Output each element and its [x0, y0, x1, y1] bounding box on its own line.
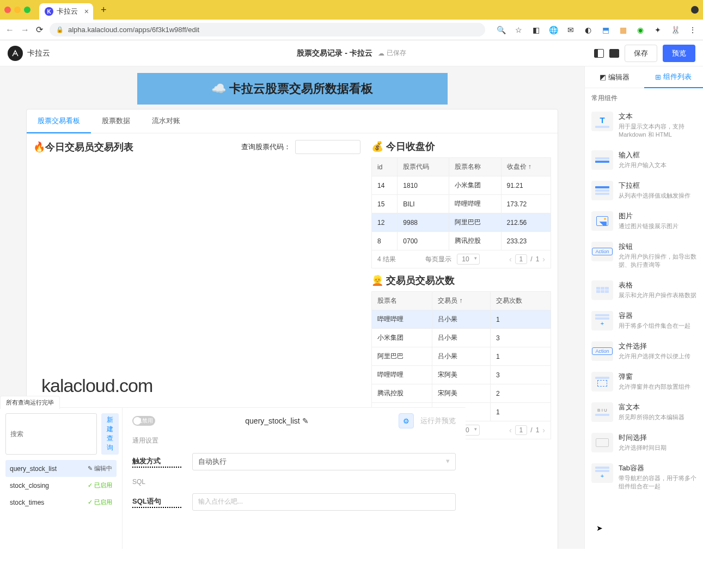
table-row[interactable]: 80700腾讯控股233.23 [372, 232, 551, 250]
table-row[interactable]: 哔哩哔哩吕小果1 [372, 310, 551, 329]
table-row[interactable]: 15BILI哔哩哔哩173.72 [372, 195, 551, 213]
dashboard-banner: ☁️ 卡拉云股票交易所数据看板 [137, 73, 448, 105]
query-enable-toggle[interactable]: 已禁用 [132, 416, 155, 426]
search-icon[interactable]: 🔍 [496, 25, 506, 35]
table-row[interactable]: 129988阿里巴巴212.56 [372, 213, 551, 232]
component-图片[interactable]: 图片通过图片链接展示图片 [585, 206, 703, 236]
new-tab-button[interactable]: + [101, 4, 107, 16]
ext-icon-6[interactable]: ▦ [618, 25, 628, 35]
ext-icon-1[interactable]: ◧ [531, 25, 541, 35]
menu-icon[interactable]: ⋮ [688, 25, 698, 35]
closing-table[interactable]: id股票代码股票名称收盘价 ↑ 141810小米集团91.2115BILI哔哩哔… [371, 157, 551, 250]
trades-next-page[interactable]: › [542, 426, 545, 434]
forward-button[interactable]: → [21, 25, 29, 35]
component-富文本[interactable]: B I U 富文本所见即所得的文本编辑器 [585, 397, 703, 427]
traffic-lights [4, 7, 30, 13]
star-icon[interactable]: ☆ [514, 25, 523, 35]
closing-total-pages: 1 [536, 255, 540, 263]
layout-panel-full[interactable] [609, 49, 619, 58]
ext-icon-2[interactable]: 🌐 [548, 25, 558, 35]
reload-button[interactable]: ⟳ [36, 24, 43, 35]
page-title: 股票交易记录 - 卡拉云 [297, 48, 372, 58]
sql-textarea[interactable]: 输入点什么吧... [192, 493, 456, 511]
tab-0[interactable]: 股票交易看板 [27, 109, 91, 133]
component-文本[interactable]: T 文本用于显示文本内容，支持 Markdown 和 HTML [585, 106, 703, 145]
component-icon: T [591, 112, 613, 131]
app-logo[interactable]: 卡拉云 [8, 46, 50, 61]
maximize-window[interactable] [24, 7, 30, 13]
trades-table[interactable]: 股票名交易员 ↑交易次数 哔哩哔哩吕小果1小米集团吕小果3阿里巴巴吕小果1哔哩哔… [371, 291, 551, 421]
query-item-query_stock_list[interactable]: query_stock_list✎ 编辑中 [5, 460, 117, 477]
component-icon: B I U [591, 402, 613, 422]
trades-page[interactable]: 1 [515, 425, 528, 435]
ext-icon-rabbit[interactable]: 🐰 [670, 25, 680, 35]
sql-section-label: SQL [132, 478, 456, 486]
tab-1[interactable]: 股票数据 [91, 109, 141, 133]
extensions-icon[interactable]: ✦ [653, 25, 663, 35]
closing-page[interactable]: 1 [515, 254, 528, 264]
table-row[interactable]: 141810小米集团91.21 [372, 176, 551, 195]
component-容器[interactable]: + 容器用于将多个组件集合在一起 [585, 305, 703, 336]
component-Tab容器[interactable]: + Tab容器带导航栏的容器，用于将多个组件组合在一起 [585, 458, 703, 497]
tab-2[interactable]: 流水对账 [141, 109, 191, 133]
table-row[interactable]: 阿里巴巴吕小果1 [372, 347, 551, 366]
stock-code-input[interactable] [295, 140, 360, 154]
edit-icon[interactable]: ✎ [302, 416, 309, 425]
run-preview-button[interactable]: 运行并预览 [420, 416, 456, 426]
back-button[interactable]: ← [5, 25, 14, 35]
tab-component-list[interactable]: ⊞ 组件列表 [644, 66, 704, 88]
ext-icon-3[interactable]: ✉ [566, 25, 576, 35]
tab-favicon: K [45, 7, 53, 16]
trades-total-pages: 1 [536, 426, 540, 434]
table-row[interactable]: 腾讯控股宋阿美2 [372, 384, 551, 403]
component-icon [591, 433, 613, 452]
table-header[interactable]: 股票代码 [398, 158, 449, 176]
closing-result-count: 4 结果 [377, 255, 396, 264]
component-时间选择[interactable]: 时间选择允许选择时间日期 [585, 427, 703, 458]
table-row[interactable]: 哔哩哔哩宋阿美3 [372, 366, 551, 384]
ext-icon-7[interactable]: ◉ [635, 25, 645, 35]
query-status-tab: 所有查询运行完毕 [0, 396, 60, 409]
minimize-window[interactable] [14, 7, 21, 13]
table-header[interactable]: 收盘价 ↑ [501, 158, 551, 176]
logo-text: 卡拉云 [27, 48, 50, 58]
query-item-stock_times[interactable]: stock_times✓ 已启用 [5, 494, 117, 511]
profile-indicator[interactable] [691, 6, 699, 14]
table-header[interactable]: 股票名称 [449, 158, 501, 176]
component-icon [591, 211, 613, 231]
close-window[interactable] [4, 7, 11, 13]
trades-prev-page[interactable]: ‹ [509, 426, 512, 434]
query-settings-button[interactable]: ⚙ [399, 413, 414, 428]
component-输入框[interactable]: 输入框允许用户输入文本 [585, 145, 703, 175]
browser-tab[interactable]: K 卡拉云 × [39, 3, 93, 20]
component-文件选择[interactable]: Action 文件选择允许用户选择文件以便上传 [585, 336, 703, 366]
preview-button[interactable]: 预览 [663, 45, 695, 62]
close-tab-icon[interactable]: × [84, 7, 89, 16]
ext-icon-5[interactable]: ⬒ [601, 25, 610, 35]
component-下拉框[interactable]: 下拉框从列表中选择值或触发操作 [585, 175, 703, 206]
component-icon: + [591, 463, 613, 483]
table-header[interactable]: 交易次数 [490, 292, 551, 310]
component-按钮[interactable]: Action 按钮允许用户执行操作，如导出数据、执行查询等 [585, 236, 703, 275]
closing-prev-page[interactable]: ‹ [509, 255, 512, 264]
trader-list-title: 🔥今日交易员交易列表 [33, 140, 133, 154]
query-name-display[interactable]: query_stock_list ✎ [245, 416, 308, 425]
table-header[interactable]: 交易员 ↑ [432, 292, 491, 310]
new-query-button[interactable]: 新建查询 [101, 413, 119, 455]
query-item-stock_closing[interactable]: stock_closing✓ 已启用 [5, 477, 117, 494]
closing-next-page[interactable]: › [542, 255, 545, 264]
component-表格[interactable]: 表格展示和允许用户操作表格数据 [585, 275, 703, 305]
query-search-input[interactable] [5, 413, 97, 455]
address-bar[interactable]: 🔒 alpha.kalacloud.com/apps/6f3k1w98ff/ed… [50, 23, 485, 36]
trigger-select[interactable]: 自动执行 [192, 453, 456, 470]
save-button[interactable]: 保存 [625, 45, 657, 62]
closing-per-page-select[interactable]: 10 [457, 254, 479, 265]
table-row[interactable]: 小米集团吕小果3 [372, 329, 551, 347]
ext-icon-4[interactable]: ◐ [583, 25, 593, 35]
tab-editor[interactable]: ◩ 编辑器 [585, 66, 644, 88]
table-header[interactable]: 股票名 [372, 292, 432, 310]
layout-panel-left[interactable] [594, 49, 604, 58]
tab-title: 卡拉云 [57, 7, 78, 16]
table-header[interactable]: id [372, 158, 398, 176]
component-弹窗[interactable]: 弹窗允许弹窗并在内部放置组件 [585, 366, 703, 397]
